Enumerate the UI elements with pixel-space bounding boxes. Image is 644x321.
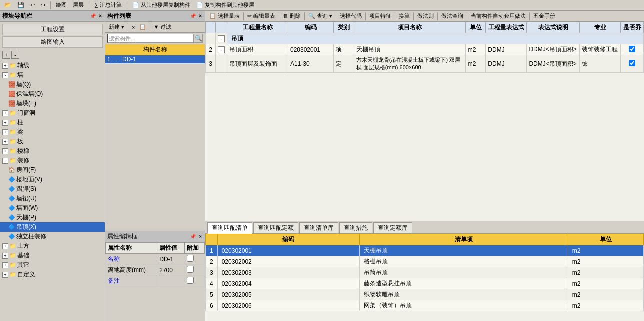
tree-expand-foundation[interactable]: + <box>2 253 8 259</box>
toolbar-file-btn[interactable]: 📂 <box>2 2 13 9</box>
attr-pin-icon[interactable]: 📌 <box>189 234 197 240</box>
tree-item-dado[interactable]: 🔷 墙裙(U) <box>0 194 105 204</box>
toolbar-sum-btn[interactable]: ∑ 汇总计算 <box>92 1 124 10</box>
rt-query-method-btn[interactable]: 做法查询 <box>439 12 465 20</box>
row-minus-header[interactable]: - <box>218 36 225 42</box>
tree-expand-door[interactable]: + <box>2 110 8 116</box>
main-check-2[interactable] <box>629 46 635 52</box>
tree-item-foundation[interactable]: + 📁 基础 <box>0 251 105 260</box>
tree-expand-beam[interactable]: + <box>2 130 8 136</box>
main-row-3[interactable]: 3 吊顶面层及装饰面 A11-30 定 方木天棚龙骨(吊在混凝土板下或梁下) 双… <box>206 56 644 73</box>
toolbar-layer-btn[interactable]: 层层 <box>71 1 86 10</box>
tree-item-wall-face[interactable]: 🔷 墙面(W) <box>0 204 105 213</box>
attr-field-name-value[interactable]: DD-1 <box>157 254 185 265</box>
rt-hardware-btn[interactable]: 五金手册 <box>531 12 557 20</box>
rt-edit-table-btn[interactable]: ✏ 编辑量表 <box>245 12 277 20</box>
tree-expand-slab[interactable]: + <box>2 139 8 145</box>
attr-field-height-check[interactable] <box>184 265 204 276</box>
rt-select-table-btn[interactable]: 📋 选择量表 <box>207 12 242 20</box>
comp-pin-icon[interactable]: 📌 <box>189 14 197 19</box>
main-cell-yn-3[interactable] <box>621 56 644 73</box>
attr-checkbox-height[interactable] <box>187 266 194 273</box>
main-cell-yn-2[interactable] <box>621 44 644 56</box>
nav-add-btn[interactable]: + <box>2 51 10 59</box>
comp-delete-btn[interactable]: × <box>130 24 136 31</box>
tree-item-floor[interactable]: 🔷 楼地面(V) <box>0 175 105 184</box>
tree-expand-custom[interactable]: + <box>2 272 8 278</box>
tree-expand-wall[interactable]: - <box>2 72 8 78</box>
tree-item-slab[interactable]: + 📁 板 <box>0 137 105 146</box>
tree-item-column[interactable]: + 📁 柱 <box>0 118 105 128</box>
comp-new-btn[interactable]: 新建 ▾ <box>107 23 126 32</box>
tree-item-decoration[interactable]: - 📁 装修 <box>0 156 105 166</box>
tree-item-stair[interactable]: + 📁 楼梯 <box>0 146 105 156</box>
comp-search-input[interactable] <box>107 34 194 43</box>
query-row-6[interactable]: 6 020302006 网架（装饰）吊顶 m2 <box>206 300 644 312</box>
tree-item-earthwork[interactable]: + 📁 土方 <box>0 242 105 251</box>
tree-item-insulation-wall[interactable]: 🧱 保温墙(Q) <box>0 90 105 99</box>
nav-close-icon[interactable]: × <box>98 14 103 19</box>
tree-item-suspended-ceiling[interactable]: 🔷 吊顶(X) <box>0 222 105 232</box>
row-minus-2[interactable]: - <box>218 46 225 54</box>
rt-calc-btn[interactable]: 换算 <box>397 12 412 20</box>
rt-select-code-btn[interactable]: 选择代码 <box>338 12 364 20</box>
attr-close-icon[interactable]: × <box>198 234 203 240</box>
rt-rule-btn[interactable]: 做法则 <box>415 12 436 20</box>
toolbar-save-btn[interactable]: 💾 <box>15 2 26 9</box>
tree-item-wall-e[interactable]: 🧱 墙垛(E) <box>0 99 105 108</box>
comp-row-1[interactable]: 1 - DD-1 <box>105 56 205 64</box>
tree-expand-other[interactable]: + <box>2 262 8 268</box>
rt-auto-apply-btn[interactable]: 当前构件自动套用做法 <box>469 12 528 20</box>
comp-close-icon[interactable]: × <box>198 14 203 19</box>
tree-item-door[interactable]: + 📁 门窗洞 <box>0 108 105 118</box>
query-row-1[interactable]: 1 020302001 天棚吊顶 m2 <box>206 246 644 256</box>
comp-search-button[interactable]: 🔍 <box>194 34 203 43</box>
tree-expand-stair[interactable]: + <box>2 148 8 154</box>
attr-field-note-value[interactable] <box>157 276 185 287</box>
tree-expand-column[interactable]: + <box>2 120 8 126</box>
query-tab-match-quota[interactable]: 查询匹配定额 <box>253 222 298 234</box>
query-tab-measures[interactable]: 查询措施 <box>339 222 372 234</box>
main-cell-minus-2[interactable]: - <box>216 44 227 56</box>
rt-delete-btn[interactable]: 🗑 删除 <box>281 12 303 20</box>
attr-checkbox-name[interactable] <box>187 255 194 262</box>
attr-field-name-check[interactable] <box>184 254 204 265</box>
comp-filter-btn[interactable]: ▼ 过滤 <box>152 23 173 32</box>
attr-field-height-value[interactable]: 2700 <box>157 265 185 276</box>
toolbar-copy-from-btn[interactable]: 📄 从其他楼层复制构件 <box>130 1 192 10</box>
query-tab-quota-db[interactable]: 查询定额库 <box>373 222 412 234</box>
toolbar-redo-btn[interactable]: ↪ <box>39 2 47 9</box>
tree-item-wall[interactable]: - 📁 墙 <box>0 70 105 80</box>
nav-remove-btn[interactable]: - <box>11 51 19 59</box>
tree-item-ceiling[interactable]: 🔷 天棚(P) <box>0 213 105 222</box>
query-row-2[interactable]: 2 020302002 格栅吊顶 m2 <box>206 256 644 268</box>
toolbar-undo-btn[interactable]: ↩ <box>28 2 37 9</box>
main-row-header[interactable]: - 吊顶 <box>206 34 644 44</box>
tree-item-axis[interactable]: + 📁 轴线 <box>0 61 105 70</box>
query-tab-match-list[interactable]: 查询匹配清单 <box>207 222 252 234</box>
tree-item-beam[interactable]: + 📁 梁 <box>0 128 105 137</box>
query-row-4[interactable]: 4 020302004 藤条造型悬挂吊顶 m2 <box>206 278 644 290</box>
main-row-2[interactable]: 2 - 吊顶面积 020302001 项 天棚吊顶 m2 DDMJ DDMJ<吊… <box>206 44 644 56</box>
toolbar-draw-btn[interactable]: 绘图 <box>54 1 69 10</box>
rt-query-btn[interactable]: 🔍 查询 ▾ <box>306 12 334 20</box>
tree-expand-decoration[interactable]: - <box>2 158 8 164</box>
query-row-5[interactable]: 5 020302005 织物软雕吊顶 m2 <box>206 290 644 300</box>
rt-proj-feature-btn[interactable]: 项目特征 <box>367 12 393 20</box>
attr-checkbox-note[interactable] <box>187 277 194 284</box>
comp-copy-btn[interactable]: 📋 <box>138 24 148 31</box>
tree-expand-axis[interactable]: + <box>2 63 8 69</box>
query-row-3[interactable]: 3 020302003 吊筒吊顶 m2 <box>206 268 644 278</box>
main-cell-minus-header[interactable]: - <box>216 34 227 44</box>
tree-item-wall-q[interactable]: 🧱 墙(Q) <box>0 80 105 90</box>
tree-item-custom[interactable]: + 📁 自定义 <box>0 270 105 280</box>
nav-project-settings[interactable]: 工程设置 <box>2 24 103 36</box>
toolbar-copy-to-btn[interactable]: 📄 复制构件到其他楼层 <box>194 1 256 10</box>
nav-pin-icon[interactable]: 📌 <box>89 14 97 19</box>
attr-field-note-check[interactable] <box>184 276 204 287</box>
tree-item-room[interactable]: 🏠 房间(F) <box>0 166 105 175</box>
tree-item-skirting[interactable]: 🔷 踢脚(S) <box>0 184 105 194</box>
tree-item-column-dec[interactable]: 🔷 独立柱装修 <box>0 232 105 242</box>
comp-row-minus-1[interactable]: - <box>115 56 122 62</box>
tree-item-other[interactable]: + 📁 其它 <box>0 260 105 270</box>
